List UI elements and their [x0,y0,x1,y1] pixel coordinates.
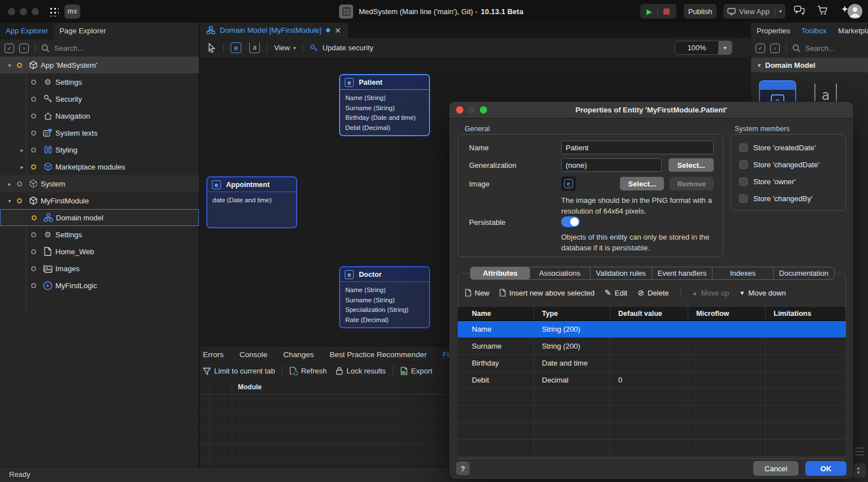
tab-console[interactable]: Console [240,350,268,359]
tree-item-myfirstlogic[interactable]: MyFirstLogic [0,277,199,294]
update-security-button[interactable]: Update security [310,44,373,52]
explorer-search-input[interactable]: Search... [54,44,84,53]
attribute-row[interactable] [458,423,846,440]
close-dialog-icon[interactable] [456,106,463,114]
lock-results-button[interactable]: Lock results [336,367,385,375]
tab-domain-model[interactable]: Domain Model [MyFirstModule] ✕ [199,23,348,38]
tab-attributes[interactable]: Attributes [470,267,530,280]
entity-doctor[interactable]: eDoctor Name (String)Surname (String)Spe… [339,266,430,328]
stop-button[interactable] [663,8,670,15]
zoom-dropdown-icon[interactable]: ▾ [718,41,732,55]
checkbox-icon[interactable] [739,160,748,169]
chevron-down-icon[interactable]: ▾ [6,62,14,68]
tab-errors[interactable]: Errors [203,350,224,359]
new-attribute-button[interactable]: New [465,289,489,297]
view-app-dropdown-icon[interactable]: ▾ [779,8,782,14]
tab-event-handlers[interactable]: Event handlers [652,267,713,279]
checkbox-icon[interactable] [739,177,748,186]
tab-documentation[interactable]: Documentation [774,267,834,279]
edit-attribute-button[interactable]: ✎ Edit [605,288,627,297]
tree-item-images[interactable]: Images [0,260,199,277]
tab-toolbox[interactable]: Toolbox [796,23,832,40]
tab-changes[interactable]: Changes [283,350,314,359]
marketplace-cart-icon[interactable] [817,5,828,15]
close-tab-icon[interactable]: ✕ [335,26,341,35]
generalization-input[interactable]: (none) [561,158,662,172]
chevron-right-icon[interactable]: ▸ [18,147,26,153]
column-header[interactable]: Microflow [688,307,766,320]
tree-item-system[interactable]: ▸ System [0,175,199,192]
toolbox-section-domain-model[interactable]: ▾ Domain Model [751,58,868,72]
mx-badge[interactable]: mx [64,5,80,19]
chevron-right-icon[interactable]: ▸ [6,181,14,187]
zoom-window-icon[interactable] [32,8,39,15]
insert-above-button[interactable]: Insert new above selected [500,289,594,297]
tab-marketplace[interactable]: Marketpla [832,23,868,40]
move-up-button[interactable]: ▲ Move up [692,289,730,297]
system-member-row[interactable]: Store 'changedBy' [739,190,845,207]
attribute-row[interactable] [458,389,846,406]
column-module[interactable]: Module [238,383,262,391]
tree-item-settings[interactable]: ⚙ Settings [0,73,199,90]
toolbox-search-input[interactable]: Search... [805,44,835,53]
persistable-toggle[interactable] [561,216,580,227]
dialog-titlebar[interactable]: Properties of Entity 'MyFirstModule.Pati… [449,102,853,119]
tree-item-marketplace-modules[interactable]: ▸ Marketplace modules [0,158,199,175]
cancel-button[interactable]: Cancel [753,461,798,476]
add-annotation-icon[interactable]: a [249,42,260,53]
view-menu-button[interactable]: View▾ [274,44,296,52]
column-header[interactable]: Limitations [766,307,846,320]
tree-item-styling[interactable]: ▸ Styling [0,141,199,158]
image-remove-button[interactable]: Remove [670,177,714,190]
tree-item-module-settings[interactable]: ⚙ Settings [0,226,199,243]
attribute-row[interactable]: DebitDecimal0 [458,372,846,389]
chevron-right-icon[interactable]: ▸ [18,164,26,170]
tree-item-home-web[interactable]: Home_Web [0,243,199,260]
tree-item-navigation[interactable]: Navigation [0,107,199,124]
export-button[interactable]: Export [400,367,433,375]
attribute-row[interactable] [458,406,846,423]
tab-indexes[interactable]: Indexes [713,267,773,279]
system-member-row[interactable]: Store 'owner' [739,173,845,190]
run-button[interactable]: ▶ [641,7,657,16]
minimize-dialog-icon[interactable] [468,106,475,114]
limit-to-current-tab-button[interactable]: Limit to current tab [203,367,275,375]
tab-properties[interactable]: Properties [751,23,796,40]
image-select-button[interactable]: Select... [620,177,664,190]
attribute-row[interactable] [458,440,846,457]
collapse-all-icon[interactable]: ✓ [756,44,765,53]
close-window-icon[interactable] [8,8,15,15]
tab-best-practice-recommender[interactable]: Best Practice Recommender [329,350,427,359]
tab-validation-rules[interactable]: Validation rules [591,267,652,279]
attribute-row[interactable]: NameString (200) [458,321,846,338]
tree-item-domain-model[interactable]: Domain model [0,209,199,226]
column-header[interactable]: Type [534,307,610,320]
help-button[interactable]: ? [456,462,470,475]
column-header[interactable]: Default value [610,307,688,320]
view-app-button[interactable]: View App ▾ [723,4,785,19]
generalization-select-button[interactable]: Select... [669,158,714,172]
system-member-row[interactable]: Store 'changedDate' [739,156,845,173]
ok-button[interactable]: OK [805,461,847,476]
tree-item-myfirstmodule[interactable]: ▾ MyFirstModule [0,192,199,209]
locate-in-explorer-icon[interactable]: › [19,44,29,53]
tree-item-app-medsystem[interactable]: ▾ App 'MedSystem' [0,57,199,73]
zoom-control[interactable]: 100% ▾ [675,41,732,55]
publish-button[interactable]: Publish [684,4,717,19]
tab-page-explorer[interactable]: Page Explorer [54,23,111,40]
entity-name-input[interactable]: Patient [561,141,714,154]
user-avatar[interactable] [848,4,862,19]
collapse-all-icon[interactable]: ✓ [5,44,14,53]
entity-patient[interactable]: ePatient Name (String)Surname (String)Bi… [339,74,430,136]
zoom-dialog-icon[interactable] [480,106,487,114]
tab-app-explorer[interactable]: App Explorer [0,23,54,40]
select-cursor-icon[interactable] [207,43,216,53]
system-member-row[interactable]: Store 'createdDate' [739,139,845,156]
attribute-row[interactable]: BirthdayDate and time [458,355,846,372]
checkbox-icon[interactable] [739,144,748,152]
feedback-icon[interactable] [794,6,805,15]
locate-icon[interactable]: › [770,44,780,53]
minimize-window-icon[interactable] [20,8,27,15]
tab-associations[interactable]: Associations [530,267,590,279]
tree-item-security[interactable]: Security [0,90,199,107]
